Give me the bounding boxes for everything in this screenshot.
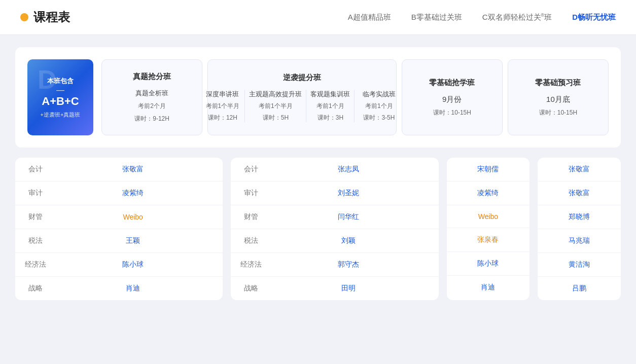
- badge-dash: —: [33, 86, 87, 95]
- table-row: Weibo: [447, 205, 530, 228]
- sub-item-1: 主观题高效提升班 考前1个半月 课时：5H: [249, 90, 306, 122]
- table-row: 宋朝儒: [447, 158, 530, 181]
- lingyi-info: 10月底 课时：10-15H: [539, 95, 577, 117]
- lingyi-title: 零基础预习班: [535, 78, 581, 88]
- class-type-lingyi: 零基础预习班 10月底 课时：10-15H: [508, 59, 609, 135]
- table-row: 张泉春: [447, 228, 530, 252]
- teachers-zhenti: 会计张敬富审计凌紫绮财管Weibo税法王颖经济法陈小球战略肖迪: [15, 158, 223, 300]
- nixijump-subs: 深度串讲班 考前1个半月 课时：12H 主观题高效提升班 考前1个半月 课时：5…: [204, 90, 399, 122]
- zhenti-hours: 课时：9-12H: [134, 115, 169, 123]
- lingji-name: 9月份: [442, 95, 462, 104]
- lingyi-teacher-table: 张敬富张敬富郑晓博马兆瑞黄洁淘吕鹏: [538, 158, 621, 300]
- teacher-name: 张志凤: [265, 165, 432, 174]
- zhenti-info: 真题全析班 考前2个月 课时：9-12H: [134, 89, 169, 123]
- teacher-name: 刘圣妮: [265, 189, 432, 198]
- badge-title: 本班包含: [33, 77, 87, 86]
- table-row: 战略田明: [231, 277, 438, 300]
- orange-dot-icon: [20, 13, 28, 21]
- lingji-info: 9月份 课时：10-15H: [433, 95, 471, 117]
- table-row: 经济法郭守杰: [231, 253, 438, 277]
- sub-item-2: 客观题集训班 考前1个月 课时：3H: [310, 90, 355, 122]
- table-row: 财管闫华红: [231, 205, 438, 229]
- teacher-name: 张泉春: [453, 235, 524, 244]
- nav-tabs: A超值精品班 B零基础过关班 C双名师轻松过关®班 D畅听无忧班: [348, 13, 616, 22]
- tab-c[interactable]: C双名师轻松过关®班: [482, 13, 552, 22]
- teacher-name: 郑晓博: [544, 212, 615, 222]
- lingji-teacher-table: 宋朝儒凌紫绮Weibo张泉春陈小球肖迪: [447, 158, 530, 299]
- table-row: 财管Weibo: [15, 205, 223, 229]
- teacher-name: 闫华红: [265, 212, 432, 222]
- page-header: 课程表 A超值精品班 B零基础过关班 C双名师轻松过关®班 D畅听无忧班: [0, 0, 636, 35]
- teacher-name: Weibo: [49, 213, 217, 221]
- subject-label: 审计: [237, 189, 265, 198]
- tab-b[interactable]: B零基础过关班: [411, 13, 462, 22]
- table-row: 审计凌紫绮: [15, 181, 223, 205]
- zhenti-teacher-table: 会计张敬富审计凌紫绮财管Weibo税法王颖经济法陈小球战略肖迪: [15, 158, 223, 300]
- teacher-name: 王颖: [49, 236, 217, 245]
- class-type-zhenti: 真题抢分班 真题全析班 考前2个月 课时：9-12H: [101, 59, 202, 135]
- badge-extra: +逆袭班+真题班: [33, 111, 87, 119]
- teacher-name: 张敬富: [544, 189, 615, 198]
- teacher-name: 凌紫绮: [453, 189, 524, 198]
- lingji-title: 零基础抢学班: [429, 78, 475, 88]
- lingyi-hours: 课时：10-15H: [539, 108, 577, 117]
- teachers-lingyi: 张敬富张敬富郑晓博马兆瑞黄洁淘吕鹏: [538, 158, 621, 300]
- teacher-name: 凌紫绮: [49, 189, 217, 198]
- table-row: 黄洁淘: [538, 253, 621, 277]
- lingji-hours: 课时：10-15H: [433, 108, 471, 117]
- class-type-lingji: 零基础抢学班 9月份 课时：10-15H: [402, 59, 503, 135]
- teacher-name: 吕鹏: [544, 284, 615, 293]
- subject-label: 会计: [237, 165, 265, 174]
- table-row: 郑晓博: [538, 205, 621, 229]
- tab-a[interactable]: A超值精品班: [348, 13, 391, 22]
- class-badge: D 本班包含 — A+B+C +逆袭班+真题班: [27, 59, 93, 135]
- table-row: 张敬富: [538, 158, 621, 181]
- bottom-section: 会计张敬富审计凌紫绮财管Weibo税法王颖经济法陈小球战略肖迪 会计张志凤审计刘…: [15, 158, 621, 300]
- subject-label: 财管: [237, 212, 265, 222]
- subject-label: 财管: [21, 212, 49, 222]
- table-row: 会计张志凤: [231, 158, 438, 181]
- class-info-row: D 本班包含 — A+B+C +逆袭班+真题班 真题抢分班 真题全析班 考前2个…: [27, 59, 609, 135]
- class-type-nixijump: 逆袭提分班 深度串讲班 考前1个半月 课时：12H 主观题高效提升班 考前1个半…: [207, 59, 396, 135]
- page-title: 课程表: [33, 9, 70, 25]
- teacher-name: 刘颖: [265, 236, 432, 245]
- lingyi-name: 10月底: [546, 95, 570, 104]
- subject-label: 审计: [21, 189, 49, 198]
- table-row: 税法王颖: [15, 229, 223, 253]
- table-row: 凌紫绮: [447, 181, 530, 205]
- table-row: 经济法陈小球: [15, 253, 223, 277]
- table-row: 陈小球: [447, 252, 530, 276]
- title-wrap: 课程表: [20, 9, 70, 25]
- class-types-card: D 本班包含 — A+B+C +逆袭班+真题班 真题抢分班 真题全析班 考前2个…: [15, 47, 621, 148]
- zhenti-title: 真题抢分班: [133, 72, 171, 82]
- zhenti-time: 考前2个月: [138, 102, 166, 111]
- teacher-name: 陈小球: [49, 260, 217, 269]
- teacher-name: 黄洁淘: [544, 260, 615, 269]
- class-types-list: 真题抢分班 真题全析班 考前2个月 课时：9-12H 逆袭提分班 深度串讲班 考…: [101, 59, 609, 135]
- table-row: 吕鹏: [538, 277, 621, 300]
- teacher-name: 马兆瑞: [544, 236, 615, 245]
- teacher-name: Weibo: [453, 212, 524, 221]
- table-row: 张敬富: [538, 181, 621, 205]
- table-row: 战略肖迪: [15, 277, 223, 300]
- subject-label: 战略: [21, 284, 49, 293]
- tab-d[interactable]: D畅听无忧班: [572, 13, 616, 22]
- main-content: D 本班包含 — A+B+C +逆袭班+真题班 真题抢分班 真题全析班 考前2个…: [0, 35, 636, 312]
- teacher-name: 肖迪: [49, 284, 217, 293]
- subject-label: 会计: [21, 165, 49, 174]
- table-row: 马兆瑞: [538, 229, 621, 253]
- teacher-name: 田明: [265, 284, 432, 293]
- teacher-name: 张敬富: [49, 165, 217, 174]
- subject-label: 税法: [21, 236, 49, 245]
- teacher-name: 张敬富: [544, 165, 615, 174]
- subject-label: 经济法: [21, 260, 49, 269]
- table-row: 税法刘颖: [231, 229, 438, 253]
- teacher-name: 肖迪: [453, 283, 524, 292]
- sub-item-3: 临考实战班 考前1个月 课时：3-5H: [359, 90, 399, 122]
- teacher-name: 郭守杰: [265, 260, 432, 269]
- sub-item-0: 深度串讲班 考前1个半月 课时：12H: [204, 90, 245, 122]
- teacher-name: 宋朝儒: [453, 165, 524, 174]
- teachers-nixijump: 会计张志凤审计刘圣妮财管闫华红税法刘颖经济法郭守杰战略田明: [231, 158, 438, 300]
- teachers-lingji: 宋朝儒凌紫绮Weibo张泉春陈小球肖迪: [447, 158, 530, 300]
- zhenti-name: 真题全析班: [135, 89, 168, 98]
